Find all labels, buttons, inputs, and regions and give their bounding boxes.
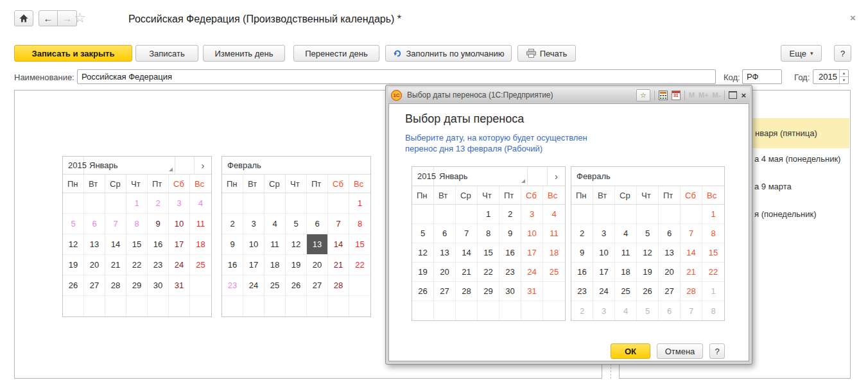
calendar-day[interactable]: 24 bbox=[243, 275, 265, 296]
next-month-button[interactable]: › bbox=[195, 157, 211, 174]
calendar-day[interactable]: 30 bbox=[499, 282, 521, 301]
calendar-day[interactable]: 11 bbox=[615, 243, 637, 263]
calendar-day[interactable]: 27 bbox=[659, 282, 681, 301]
calendar-day[interactable]: 30 bbox=[148, 275, 169, 296]
calendar-year-selector[interactable]: 2015 bbox=[63, 157, 84, 174]
calendar-day[interactable]: 12 bbox=[63, 234, 84, 255]
calendar-day[interactable]: 25 bbox=[190, 255, 211, 275]
calendar-day[interactable]: 31 bbox=[169, 275, 190, 296]
calendar-day[interactable]: 10 bbox=[169, 214, 190, 234]
calendar-day[interactable]: 2 bbox=[571, 301, 593, 320]
calendar-day[interactable]: 10 bbox=[243, 234, 265, 255]
calendar-day[interactable]: 22 bbox=[478, 263, 499, 282]
calendar-day[interactable]: 5 bbox=[637, 224, 659, 243]
calendar-day[interactable]: 1 bbox=[126, 193, 148, 214]
calendar-day[interactable]: 1 bbox=[702, 282, 724, 301]
code-input[interactable] bbox=[742, 69, 782, 84]
calendar-day[interactable]: 14 bbox=[681, 243, 702, 263]
ok-button[interactable]: ОК bbox=[611, 343, 650, 359]
calendar-day[interactable]: 24 bbox=[169, 255, 190, 275]
calendar-day[interactable]: 3 bbox=[593, 224, 615, 243]
calendar-day[interactable]: 29 bbox=[478, 282, 499, 301]
calendar-day[interactable]: 26 bbox=[412, 282, 434, 301]
calendar-day[interactable]: 6 bbox=[659, 301, 681, 320]
calendar-day[interactable]: 1 bbox=[478, 205, 499, 224]
calendar-day[interactable]: 17 bbox=[169, 234, 190, 255]
calendar-day[interactable]: 1 bbox=[702, 205, 724, 224]
transfer-list-item[interactable]: а 9 марта bbox=[754, 182, 792, 192]
calendar-day[interactable]: 13 bbox=[434, 243, 456, 263]
calendar-day[interactable]: 27 bbox=[434, 282, 456, 301]
move-day-button[interactable]: Перенести день bbox=[293, 45, 379, 62]
calendar-day[interactable]: 25 bbox=[543, 263, 565, 282]
calendar-icon[interactable]: 31 bbox=[672, 91, 681, 100]
transfer-list-item[interactable]: я (понедельник) bbox=[754, 209, 817, 220]
change-day-button[interactable]: Изменить день bbox=[203, 45, 285, 62]
calendar-day[interactable]: 7 bbox=[456, 224, 478, 243]
calendar-day[interactable]: 29 bbox=[126, 275, 148, 296]
calendar-day[interactable]: 21 bbox=[328, 255, 349, 275]
calendar-month-selector[interactable]: Январь bbox=[84, 157, 175, 174]
calendar-day[interactable]: 13 bbox=[659, 243, 681, 263]
calendar-day[interactable]: 14 bbox=[456, 243, 478, 263]
calendar-day[interactable]: 28 bbox=[456, 282, 478, 301]
calendar-day[interactable]: 18 bbox=[190, 234, 211, 255]
save-button[interactable]: Записать bbox=[135, 45, 198, 62]
calendar-day[interactable]: 6 bbox=[307, 214, 328, 234]
calendar-day[interactable]: 2 bbox=[222, 214, 243, 234]
name-input[interactable] bbox=[77, 69, 716, 84]
calendar-day[interactable]: 13 bbox=[84, 234, 105, 255]
calendar-day[interactable]: 5 bbox=[63, 214, 84, 234]
spinner-down-icon[interactable]: ▼ bbox=[840, 77, 848, 83]
calendar-day[interactable]: 7 bbox=[681, 301, 702, 320]
calendar-day[interactable]: 18 bbox=[615, 263, 637, 282]
calendar-day[interactable]: 13 bbox=[307, 234, 328, 255]
calendar-day[interactable]: 2 bbox=[148, 193, 169, 214]
calendar-day[interactable]: 9 bbox=[148, 214, 169, 234]
calendar-day[interactable]: 8 bbox=[349, 214, 370, 234]
calendar-day[interactable]: 15 bbox=[478, 243, 499, 263]
calendar-day[interactable]: 20 bbox=[84, 255, 105, 275]
calendar-day[interactable]: 20 bbox=[659, 263, 681, 282]
calendar-day[interactable]: 11 bbox=[543, 224, 565, 243]
home-button[interactable] bbox=[14, 10, 33, 26]
calendar-day[interactable]: 8 bbox=[702, 301, 724, 320]
calendar-day[interactable]: 21 bbox=[105, 255, 126, 275]
calendar-day[interactable]: 9 bbox=[499, 224, 521, 243]
calendar-day[interactable]: 4 bbox=[615, 224, 637, 243]
calendar-day[interactable]: 15 bbox=[702, 243, 724, 263]
calendar-day[interactable]: 19 bbox=[63, 255, 84, 275]
calendar-day[interactable]: 16 bbox=[222, 255, 243, 275]
cancel-button[interactable]: Отмена bbox=[657, 343, 703, 359]
transfer-list-item[interactable]: а 4 мая (понедельник) bbox=[754, 154, 840, 164]
year-input[interactable]: 2015 ▲ ▼ bbox=[813, 69, 849, 84]
calendar-day[interactable]: 21 bbox=[456, 263, 478, 282]
calendar-day[interactable]: 3 bbox=[593, 301, 615, 320]
fill-default-button[interactable]: Заполнить по умолчанию bbox=[385, 45, 512, 62]
calendar-day[interactable]: 14 bbox=[328, 234, 349, 255]
calendar-day[interactable]: 23 bbox=[148, 255, 169, 275]
next-month-button[interactable]: › bbox=[548, 167, 565, 186]
calendar-day[interactable]: 8 bbox=[478, 224, 499, 243]
spinner-up-icon[interactable]: ▲ bbox=[840, 70, 848, 77]
dialog-close-icon[interactable]: × bbox=[741, 91, 746, 100]
calendar-day[interactable]: 28 bbox=[681, 282, 702, 301]
calendar-day[interactable]: 18 bbox=[265, 255, 286, 275]
calendar-day[interactable]: 26 bbox=[63, 275, 84, 296]
calendar-day[interactable]: 6 bbox=[84, 214, 105, 234]
calendar-day[interactable]: 4 bbox=[543, 205, 565, 224]
calendar-day[interactable]: 4 bbox=[615, 301, 637, 320]
maximize-icon[interactable] bbox=[729, 91, 737, 99]
calendar-day[interactable]: 26 bbox=[286, 275, 307, 296]
calculator-icon[interactable] bbox=[659, 91, 668, 100]
dialog-title-bar[interactable]: 1С Выбор даты переноса (1С:Предприятие) … bbox=[388, 87, 750, 103]
calendar-day[interactable]: 15 bbox=[349, 234, 370, 255]
calendar-day[interactable]: 27 bbox=[84, 275, 105, 296]
calendar-month-selector[interactable]: Январь bbox=[434, 167, 528, 186]
more-button[interactable]: Еще ▾ bbox=[781, 45, 822, 62]
calendar-day[interactable]: 15 bbox=[126, 234, 148, 255]
calendar-day[interactable]: 17 bbox=[521, 243, 543, 263]
calendar-day[interactable]: 17 bbox=[243, 255, 265, 275]
calendar-day[interactable]: 10 bbox=[593, 243, 615, 263]
memory-plus-button[interactable]: M+ bbox=[699, 91, 709, 99]
